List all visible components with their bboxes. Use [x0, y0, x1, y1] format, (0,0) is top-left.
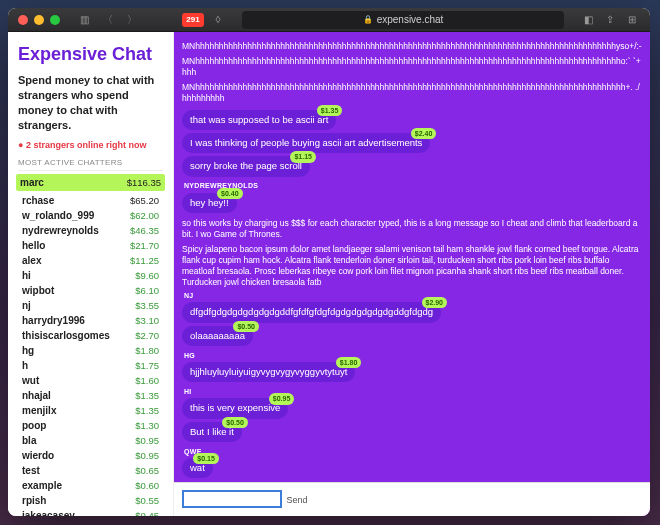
chatter-row[interactable]: hello$21.70 — [18, 238, 163, 253]
chat-author: NYDREWREYNOLDS — [184, 182, 642, 189]
notification-badge[interactable]: 291 — [182, 13, 204, 27]
chatter-row[interactable]: wut$1.60 — [18, 373, 163, 388]
chatter-name: bla — [22, 435, 36, 446]
chat-bubble: sorry broke the page scroll$1.15 — [182, 156, 310, 176]
chatter-amount: $1.75 — [135, 360, 159, 371]
titlebar: ▥ 〈 〉 291 ◊ 🔒 expensive.chat ◧ ⇪ ⊞ — [8, 8, 650, 32]
chatter-amount: $0.45 — [135, 510, 159, 516]
chatter-name: nydrewreynolds — [22, 225, 99, 236]
chatter-name: rpish — [22, 495, 46, 506]
price-badge: $2.40 — [411, 128, 437, 139]
chatter-amount: $1.35 — [135, 405, 159, 416]
price-badge: $0.40 — [217, 188, 243, 199]
price-badge: $1.80 — [336, 357, 362, 368]
chatter-row[interactable]: thisiscarlosgomes$2.70 — [18, 328, 163, 343]
lock-icon: 🔒 — [363, 15, 373, 24]
chatter-row[interactable]: hg$1.80 — [18, 343, 163, 358]
chat-bubble: hjjhluyluyluiyuigyvygvygyvyggyvtytuyt$1.… — [182, 362, 355, 382]
chatter-amount: $9.60 — [135, 270, 159, 281]
chat-bubble: wat$0.15 — [182, 458, 213, 478]
bubble-text: sorry broke the page scroll — [190, 160, 302, 171]
send-button[interactable]: Send — [286, 495, 307, 505]
chatter-amount: $11.25 — [130, 255, 159, 266]
chat-bubble: But I like it$0.50 — [182, 422, 242, 442]
chatter-row[interactable]: rpish$0.55 — [18, 493, 163, 508]
chatter-amount: $62.00 — [130, 210, 159, 221]
chatter-row[interactable]: example$0.60 — [18, 478, 163, 493]
online-count: 2 strangers online right now — [18, 140, 163, 150]
share-icon[interactable]: ⇪ — [602, 12, 618, 28]
chatter-name: hg — [22, 345, 34, 356]
chatter-row[interactable]: bla$0.95 — [18, 433, 163, 448]
section-label: MOST ACTIVE CHATTERS — [18, 158, 163, 171]
chatter-amount: $21.70 — [130, 240, 159, 251]
bubble-text: dfgdfgdgdgdgdgdgdgddfgfdfgfdgfdgdgdgdgdg… — [190, 306, 433, 317]
bubble-text: this is very expensive — [190, 402, 280, 413]
chatter-amount: $0.60 — [135, 480, 159, 491]
chatter-row[interactable]: poop$1.30 — [18, 418, 163, 433]
chat-author: QWE — [184, 448, 642, 455]
chat-bubble: I was thinking of people buying ascii ar… — [182, 133, 430, 153]
chatter-name: wipbot — [22, 285, 54, 296]
tabs-icon[interactable]: ⊞ — [624, 12, 640, 28]
chatter-amount: $65.20 — [130, 195, 159, 206]
shield-icon[interactable]: ◊ — [210, 12, 226, 28]
minimize-window-button[interactable] — [34, 15, 44, 25]
chatter-row[interactable]: marc$116.35 — [16, 174, 165, 191]
sidebar-toggle-icon[interactable]: ▥ — [76, 12, 92, 28]
url-host: expensive.chat — [377, 14, 444, 25]
chatter-row[interactable]: nhajal$1.35 — [18, 388, 163, 403]
tagline: Spend money to chat with strangers who s… — [18, 73, 163, 132]
zoom-window-button[interactable] — [50, 15, 60, 25]
chatter-row[interactable]: hi$9.60 — [18, 268, 163, 283]
site-title: Expensive Chat — [18, 44, 163, 65]
chatter-name: wut — [22, 375, 39, 386]
chatter-amount: $116.35 — [127, 177, 161, 188]
chatter-row[interactable]: menjilx$1.35 — [18, 403, 163, 418]
chatter-amount: $1.60 — [135, 375, 159, 386]
price-badge: $0.50 — [222, 417, 248, 428]
chatter-name: menjilx — [22, 405, 56, 416]
chat-main: MNhhhhhhhhhhhhhhhhhhhhhhhhhhhhhhhhhhhhhh… — [174, 32, 650, 516]
close-window-button[interactable] — [18, 15, 28, 25]
forward-button[interactable]: 〉 — [124, 12, 140, 28]
chat-scroll[interactable]: MNhhhhhhhhhhhhhhhhhhhhhhhhhhhhhhhhhhhhhh… — [174, 32, 650, 482]
chatter-row[interactable]: test$0.65 — [18, 463, 163, 478]
chatter-row[interactable]: harrydry1996$3.10 — [18, 313, 163, 328]
ascii-block: MNhhhhhhhhhhhhhhhhhhhhhhhhhhhhhhhhhhhhhh… — [182, 82, 642, 104]
chatter-row[interactable]: nydrewreynolds$46.35 — [18, 223, 163, 238]
chatter-amount: $0.55 — [135, 495, 159, 506]
chat-bubble: that was supposed to be ascii art$1.35 — [182, 110, 336, 130]
bubble-text: that was supposed to be ascii art — [190, 114, 328, 125]
chat-author: HI — [184, 388, 642, 395]
chatter-row[interactable]: rchase$65.20 — [18, 193, 163, 208]
chatter-row[interactable]: nj$3.55 — [18, 298, 163, 313]
message-input[interactable] — [182, 490, 282, 508]
price-badge: $1.35 — [317, 105, 343, 116]
chatter-row[interactable]: h$1.75 — [18, 358, 163, 373]
chatter-amount: $1.30 — [135, 420, 159, 431]
bubble-text: hjjhluyluyluiyuigyvygvygyvyggyvtytuyt — [190, 366, 347, 377]
chatter-name: poop — [22, 420, 46, 431]
chatter-name: rchase — [22, 195, 54, 206]
price-badge: $0.95 — [269, 393, 295, 404]
chatter-row[interactable]: wipbot$6.10 — [18, 283, 163, 298]
chatter-name: hello — [22, 240, 45, 251]
chatter-row[interactable]: jakeacasey$0.45 — [18, 508, 163, 516]
address-bar[interactable]: 🔒 expensive.chat — [242, 11, 564, 29]
chatter-row[interactable]: alex$11.25 — [18, 253, 163, 268]
content: Expensive Chat Spend money to chat with … — [8, 32, 650, 516]
chatter-name: test — [22, 465, 40, 476]
long-message: so this works by charging us $$$ for eac… — [182, 218, 642, 240]
chatter-row[interactable]: wierdo$0.95 — [18, 448, 163, 463]
reader-icon[interactable]: ◧ — [580, 12, 596, 28]
chatter-amount: $46.35 — [130, 225, 159, 236]
price-badge: $1.15 — [290, 151, 316, 162]
chatter-name: thisiscarlosgomes — [22, 330, 110, 341]
chatter-name: h — [22, 360, 28, 371]
traffic-lights — [18, 15, 60, 25]
chatter-row[interactable]: w_rolando_999$62.00 — [18, 208, 163, 223]
chat-author: NJ — [184, 292, 642, 299]
chat-bubble: hey hey!!$0.40 — [182, 193, 237, 213]
back-button[interactable]: 〈 — [100, 12, 116, 28]
